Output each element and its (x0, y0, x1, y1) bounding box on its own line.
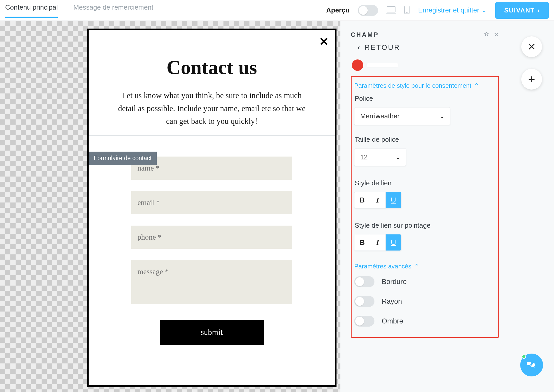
form-description: Let us know what you think, be sure to i… (116, 89, 308, 128)
chevron-down-icon: ⌄ (440, 113, 444, 119)
radius-toggle-row: Rayon (354, 296, 493, 307)
form-preview: ✕ Contact us Let us know what you think,… (87, 29, 337, 387)
color-bar[interactable] (367, 63, 398, 67)
consent-style-section[interactable]: Paramètres de style pour le consentement… (354, 82, 493, 89)
panel-actions: ✕ (484, 31, 499, 38)
advanced-section[interactable]: Paramètres avancés ⌃ (354, 263, 493, 270)
panel-header: CHAMP ✕ (351, 31, 499, 38)
color-indicator-row (351, 59, 499, 71)
svg-rect-0 (387, 6, 395, 12)
bold-hover-button[interactable]: B (354, 234, 370, 251)
divider (89, 136, 335, 136)
mobile-icon[interactable] (404, 5, 410, 15)
settings-panel: CHAMP ✕ ‹ RETOUR Paramètres de style pou… (340, 21, 507, 392)
font-label: Police (355, 94, 493, 103)
canvas-area: ✕ Contact us Let us know what you think,… (0, 21, 340, 392)
fontsize-dropdown[interactable]: 12 ⌄ (354, 148, 406, 166)
tab-thank-you[interactable]: Message de remerciement (73, 3, 153, 17)
next-button[interactable]: SUIVANT › (495, 2, 549, 19)
email-field[interactable] (131, 191, 292, 214)
fontsize-label: Taille de police (355, 136, 493, 144)
form-type-tag[interactable]: Formulaire de contact (89, 152, 157, 165)
phone-field[interactable] (131, 226, 292, 249)
chat-button[interactable] (520, 354, 543, 376)
chevron-left-icon: ‹ (358, 44, 361, 52)
chevron-down-icon: ⌄ (481, 6, 487, 14)
save-exit-label: Enregistrer et quitter (418, 6, 479, 14)
message-field[interactable] (131, 260, 292, 304)
floating-close-button[interactable]: ✕ (521, 36, 542, 57)
bold-button[interactable]: B (354, 192, 370, 208)
save-and-exit-link[interactable]: Enregistrer et quitter ⌄ (418, 6, 487, 14)
shadow-toggle[interactable] (354, 316, 374, 327)
link-hover-style-group: B I U (354, 234, 401, 251)
border-label: Bordure (382, 278, 407, 286)
back-label: RETOUR (365, 44, 400, 52)
chevron-down-icon: ⌄ (396, 154, 400, 160)
underline-button[interactable]: U (386, 192, 401, 208)
radius-toggle[interactable] (354, 296, 374, 307)
italic-button[interactable]: I (370, 192, 386, 208)
italic-hover-button[interactable]: I (370, 234, 386, 251)
fontsize-value: 12 (360, 153, 368, 161)
radius-label: Rayon (382, 298, 402, 306)
top-toolbar: Contenu principal Message de remerciemen… (0, 0, 554, 21)
underline-hover-button[interactable]: U (386, 234, 401, 251)
linkhover-label: Style de lien sur pointage (355, 221, 493, 229)
submit-button[interactable]: submit (160, 320, 264, 345)
tab-main-content[interactable]: Contenu principal (5, 3, 58, 17)
close-panel-icon[interactable]: ✕ (494, 31, 499, 38)
font-dropdown[interactable]: Merriweather ⌄ (354, 107, 450, 125)
next-label: SUIVANT (504, 7, 535, 14)
border-toggle-row: Bordure (354, 276, 493, 287)
advanced-label: Paramètres avancés (354, 263, 411, 270)
svg-point-3 (406, 12, 407, 13)
form-title: Contact us (104, 56, 319, 79)
shadow-label: Ombre (382, 317, 403, 325)
highlighted-settings-box: Paramètres de style pour le consentement… (351, 76, 499, 338)
chevron-up-icon: ⌃ (474, 82, 479, 89)
preview-toggle[interactable] (358, 5, 378, 16)
floating-actions: ✕ + (507, 21, 553, 392)
link-style-group: B I U (354, 192, 401, 208)
editor-tabs: Contenu principal Message de remerciemen… (5, 3, 153, 17)
chat-icon (526, 359, 538, 371)
linkstyle-label: Style de lien (355, 179, 493, 187)
color-swatch[interactable] (352, 59, 363, 71)
floating-add-button[interactable]: + (521, 69, 542, 90)
workspace: ✕ Contact us Let us know what you think,… (0, 21, 554, 392)
chevron-up-icon: ⌃ (414, 263, 419, 270)
back-button[interactable]: ‹ RETOUR (358, 44, 499, 52)
chevron-right-icon: › (537, 7, 540, 14)
section-label: Paramètres de style pour le consentement (354, 82, 471, 89)
close-icon[interactable]: ✕ (319, 35, 329, 48)
desktop-icon[interactable] (386, 6, 396, 15)
border-toggle[interactable] (354, 276, 374, 287)
preview-label: Aperçu (326, 6, 349, 14)
panel-title: CHAMP (351, 31, 379, 38)
shadow-toggle-row: Ombre (354, 316, 493, 327)
form-fields: submit (104, 157, 319, 345)
toolbar-right: Aperçu Enregistrer et quitter ⌄ SUIVANT … (326, 2, 549, 19)
font-value: Merriweather (360, 112, 400, 120)
pin-icon[interactable] (484, 31, 489, 38)
